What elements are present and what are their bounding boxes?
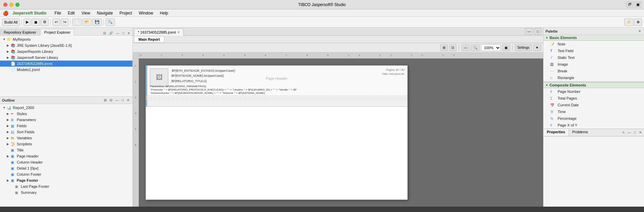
outline-item-summary[interactable]: ▣ Summary [0, 189, 132, 196]
outline-item-page-header[interactable]: ▶ ▣ Page Header [0, 153, 132, 159]
menu-navigate[interactable]: Navigate [94, 10, 115, 16]
grid-btn[interactable]: ⊞ [440, 44, 448, 51]
outline-item-scriptlets[interactable]: ▶ 📜 Scriptlets [0, 141, 132, 147]
composite-elements-section[interactable]: ▼ Composite Elements [544, 82, 644, 88]
palette-item-total-pages[interactable]: Σ Total Pages [544, 95, 644, 102]
menu-view[interactable]: View [79, 10, 93, 16]
outline-item-fields[interactable]: ▶ ▦ Fields [0, 123, 132, 129]
palette-item-static-text[interactable]: 𝑇 Static Text [544, 54, 644, 61]
properties-tab[interactable]: Properties [544, 129, 569, 136]
zoom-out-btn[interactable]: — [461, 44, 470, 51]
undo-button[interactable]: ↩ [52, 19, 60, 26]
canvas-scroll[interactable]: 🖼 $P{BTH_ENTIDADE_ESTADO}.toUpperCase() … [139, 59, 543, 207]
outline-expand-icon[interactable]: ⊞ [103, 98, 108, 102]
tree-item-jrxml[interactable]: 📄 1637340522885.jrxml [0, 61, 132, 67]
extra-button-2[interactable]: ⊕ [634, 19, 642, 26]
search-button[interactable]: 🔍 [106, 19, 115, 26]
menu-window[interactable]: Window [136, 10, 156, 16]
palette-item-page-x-of-y[interactable]: # Page X of Y [544, 122, 644, 129]
maximize-button[interactable] [15, 3, 19, 7]
outline-close-icon[interactable]: ✕ [126, 98, 130, 102]
outline-minimize-icon[interactable]: — [114, 98, 120, 102]
panel-minimize-icon[interactable]: — [115, 31, 120, 35]
window-controls[interactable] [3, 3, 19, 7]
minimize-editor-btn[interactable]: — [525, 28, 533, 35]
minimize-button[interactable] [9, 3, 13, 7]
tree-item-jre[interactable]: ▶ 📚 JRE System Library [JavaSE-1.6] [0, 42, 132, 48]
basic-elements-section[interactable]: ▼ Basic Elements [544, 35, 644, 41]
project-explorer-tab[interactable]: Project Explorer [41, 29, 74, 36]
props-external-icon[interactable]: ⎋ [621, 130, 626, 135]
data-field[interactable]: Data: new java.util. [382, 72, 405, 75]
outline-item-sort-fields[interactable]: ▶ ▤ Sort Fields [0, 129, 132, 135]
outline-item-column-header[interactable]: ▣ Column Header [0, 159, 132, 165]
expand-jaspersoft-lib[interactable]: ▶ [7, 56, 11, 59]
repo-explorer-tab[interactable]: Repository Explorer [0, 29, 40, 35]
tree-item-jaspersoft-lib[interactable]: ▶ 📚 Jaspersoft Server Library [0, 55, 132, 61]
palette-item-current-date[interactable]: 📅 Current Date [544, 102, 644, 108]
restore-button[interactable]: 🗗 [626, 2, 633, 7]
redo-button[interactable]: ↪ [61, 19, 69, 26]
outline-item-last-page-footer[interactable]: ▣ Last Page Footer [0, 183, 132, 189]
entity-nome-field[interactable]: $P{ENTIDADE_NOME}.toUpperCase() [171, 74, 360, 78]
relatorio-titulo-field[interactable]: $P{RELATORIO_TITULO} [171, 79, 401, 83]
outline-item-no-data[interactable]: ▣ No Data [0, 196, 132, 197]
zoom-select[interactable]: 100% 75% 50% 125% 150% [481, 44, 501, 51]
outline-item-report[interactable]: ▼ 📊 Report_2300 [0, 105, 132, 111]
collapse-all-icon[interactable]: ⊟ [102, 31, 107, 35]
sub-tab-main-report[interactable]: Main Report [134, 36, 164, 43]
extra-button-1[interactable]: ⚡ [624, 19, 634, 26]
expand-myreports[interactable]: ▼ [3, 38, 7, 41]
settings-canvas-btn[interactable]: Settings [515, 44, 532, 51]
palette-item-text-field[interactable]: T Text Field [544, 47, 644, 54]
outline-item-title[interactable]: ▣ Title [0, 147, 132, 153]
menu-project[interactable]: Project [117, 10, 135, 16]
props-minimize-icon[interactable]: — [627, 130, 632, 135]
apple-menu[interactable]: 🍎 [3, 10, 8, 16]
expand-jasper-lib[interactable]: ▶ [7, 50, 11, 53]
menu-edit[interactable]: Edit [65, 10, 78, 16]
stop-button[interactable]: ⏹ [32, 19, 40, 26]
palette-item-image[interactable]: 🖼 Image [544, 61, 644, 68]
palette-item-percentage[interactable]: % Percentage [544, 115, 644, 122]
tree-item-modelo[interactable]: 📄 Modelo1.jrxml [0, 67, 132, 73]
outline-item-styles[interactable]: ▶ ✏ Styles [0, 111, 132, 117]
menu-file[interactable]: File [52, 10, 64, 16]
props-close-icon[interactable]: ✕ [638, 130, 643, 135]
palette-item-page-number[interactable]: # Page Number [544, 88, 644, 95]
outline-maximize-icon[interactable]: □ [121, 98, 125, 102]
outline-item-detail[interactable]: ▣ Detail 1 [0px] [0, 165, 132, 171]
zoom-in-btn[interactable]: 🔍 [471, 44, 480, 51]
dropdown-btn[interactable]: ▼ [533, 44, 541, 51]
outline-item-variables[interactable]: ▶ fx Variables [0, 135, 132, 141]
problems-tab[interactable]: Problems [569, 129, 591, 136]
pagina-field[interactable]: Página: $V / $V [386, 68, 405, 71]
link-with-editor-icon[interactable]: 🔗 [108, 31, 114, 35]
expand-jre[interactable]: ▶ [7, 44, 11, 47]
panel-toggle-button[interactable]: ▣ [635, 2, 641, 7]
outline-collapse-icon[interactable]: ⊟ [109, 98, 113, 102]
panel-maximize-icon[interactable]: □ [121, 31, 125, 35]
menu-help[interactable]: Help [157, 10, 171, 16]
maximize-editor-btn[interactable]: □ [534, 28, 541, 35]
palette-item-note[interactable]: 📝 Note [544, 41, 644, 47]
palette-item-rectangle[interactable]: □ Rectangle [544, 74, 644, 81]
snap-btn[interactable]: ⊡ [449, 44, 456, 51]
settings-btn[interactable]: ⚙ [41, 19, 49, 26]
build-all-button[interactable]: Build All [2, 19, 20, 26]
new-button[interactable]: 📄 [72, 19, 82, 26]
outline-item-parameters[interactable]: ▶ ⊞ Parameters [0, 117, 132, 123]
outline-item-page-footer[interactable]: ▶ ▣ Page Footer [0, 177, 132, 183]
close-button[interactable] [3, 3, 7, 7]
report-image[interactable]: 🖼 [150, 68, 168, 87]
palette-item-time[interactable]: ⏱ Time [544, 108, 644, 115]
app-name-menu[interactable]: Jaspersoft Studio [10, 10, 49, 16]
editor-tab-jrxml[interactable]: * 1637340522885.jrxml ✕ [134, 29, 184, 36]
dev-field[interactable]: "Desenvolvedor: " + $P{DESENVOLVEDOR_NOM… [150, 91, 401, 95]
palette-item-break[interactable]: ⋯ Break [544, 68, 644, 74]
outline-item-column-footer[interactable]: ▣ Column Footer [0, 171, 132, 177]
tree-item-jasper-lib[interactable]: ▶ 📚 JasperReports Library [0, 48, 132, 55]
fit-btn[interactable]: ▣ [502, 44, 510, 51]
save-button[interactable]: 💾 [92, 19, 102, 26]
run-button[interactable]: ▶ [24, 19, 31, 26]
